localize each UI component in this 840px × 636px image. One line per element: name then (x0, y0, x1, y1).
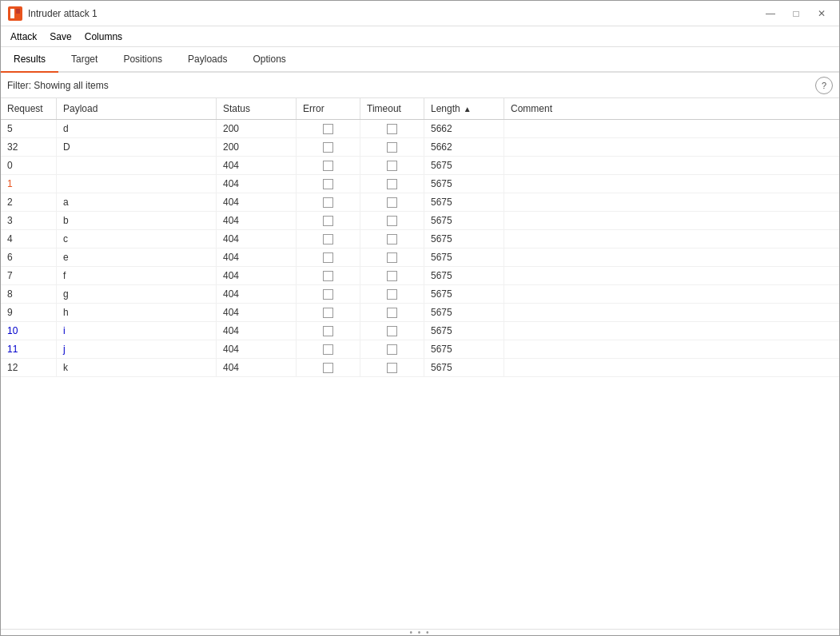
cell-comment (504, 230, 839, 248)
cell-payload (57, 157, 217, 174)
table-row[interactable]: 4 c 404 5675 (1, 230, 839, 248)
menu-save[interactable]: Save (43, 29, 78, 45)
cell-status: 404 (217, 285, 297, 303)
error-checkbox[interactable] (323, 271, 333, 281)
error-checkbox[interactable] (323, 326, 333, 336)
error-checkbox[interactable] (323, 142, 333, 153)
cell-timeout (360, 157, 424, 174)
error-checkbox[interactable] (323, 252, 333, 263)
cell-payload: g (57, 285, 217, 303)
cell-payload: f (57, 267, 217, 284)
resize-handle: • • • (409, 628, 430, 636)
tab-results[interactable]: Results (1, 47, 58, 71)
col-header-timeout[interactable]: Timeout (360, 98, 424, 119)
table-row[interactable]: 10 i 404 5675 (1, 322, 839, 340)
table-row[interactable]: 9 h 404 5675 (1, 304, 839, 322)
table-row[interactable]: 2 a 404 5675 (1, 193, 839, 212)
col-header-error[interactable]: Error (297, 98, 360, 119)
tab-payloads[interactable]: Payloads (175, 47, 240, 71)
table-row[interactable]: 6 e 404 5675 (1, 248, 839, 267)
table-row[interactable]: 12 k 404 5675 (1, 359, 839, 377)
cell-status: 404 (217, 157, 297, 174)
col-header-status[interactable]: Status (217, 98, 297, 119)
table-row[interactable]: 32 D 200 5662 (1, 138, 839, 157)
error-checkbox[interactable] (323, 289, 333, 300)
col-header-payload[interactable]: Payload (57, 98, 217, 119)
table-row[interactable]: 7 f 404 5675 (1, 267, 839, 285)
timeout-checkbox[interactable] (387, 179, 397, 189)
timeout-checkbox[interactable] (387, 252, 397, 263)
tab-target[interactable]: Target (58, 47, 110, 71)
table-row[interactable]: 0 404 5675 (1, 157, 839, 175)
cell-status: 200 (217, 120, 297, 137)
timeout-checkbox[interactable] (387, 161, 397, 171)
cell-request: 6 (1, 248, 57, 266)
cell-payload: h (57, 304, 217, 321)
table-row[interactable]: 3 b 404 5675 (1, 212, 839, 230)
tab-options[interactable]: Options (240, 47, 298, 71)
cell-comment (504, 340, 839, 358)
error-checkbox[interactable] (323, 308, 333, 318)
timeout-checkbox[interactable] (387, 124, 397, 134)
maximize-button[interactable]: □ (785, 6, 807, 22)
cell-request: 1 (1, 175, 57, 193)
col-header-comment[interactable]: Comment (504, 98, 839, 119)
window-controls: — □ ✕ (759, 6, 833, 22)
cell-length: 5675 (424, 340, 504, 358)
cell-length: 5675 (424, 248, 504, 266)
cell-timeout (360, 248, 424, 266)
cell-error (297, 267, 360, 284)
error-checkbox[interactable] (323, 344, 333, 355)
cell-payload (57, 175, 217, 193)
minimize-button[interactable]: — (759, 6, 782, 22)
menu-columns[interactable]: Columns (78, 29, 129, 45)
timeout-checkbox[interactable] (387, 271, 397, 281)
cell-request: 2 (1, 193, 57, 211)
table-header: Request Payload Status Error Timeout Len… (1, 98, 839, 120)
cell-payload: i (57, 322, 217, 340)
menu-bar: Attack Save Columns (1, 26, 839, 47)
table-row[interactable]: 11 j 404 5675 (1, 340, 839, 359)
cell-error (297, 322, 360, 340)
cell-comment (504, 304, 839, 321)
cell-payload: d (57, 120, 217, 137)
error-checkbox[interactable] (323, 234, 333, 244)
table-row[interactable]: 8 g 404 5675 (1, 285, 839, 304)
timeout-checkbox[interactable] (387, 142, 397, 153)
cell-length: 5675 (424, 267, 504, 284)
error-checkbox[interactable] (323, 363, 333, 373)
timeout-checkbox[interactable] (387, 363, 397, 373)
help-button[interactable]: ? (815, 77, 833, 94)
cell-payload: a (57, 193, 217, 211)
cell-comment (504, 359, 839, 376)
tab-positions[interactable]: Positions (110, 47, 175, 71)
timeout-checkbox[interactable] (387, 197, 397, 208)
timeout-checkbox[interactable] (387, 216, 397, 226)
error-checkbox[interactable] (323, 124, 333, 134)
col-header-length[interactable]: Length ▲ (424, 98, 504, 119)
cell-timeout (360, 175, 424, 193)
cell-error (297, 230, 360, 248)
table-row[interactable]: 1 404 5675 (1, 175, 839, 193)
cell-timeout (360, 285, 424, 303)
error-checkbox[interactable] (323, 179, 333, 189)
cell-payload: e (57, 248, 217, 266)
cell-length: 5675 (424, 322, 504, 340)
close-button[interactable]: ✕ (810, 6, 833, 22)
error-checkbox[interactable] (323, 161, 333, 171)
cell-timeout (360, 120, 424, 137)
cell-status: 404 (217, 340, 297, 358)
cell-request: 12 (1, 359, 57, 376)
timeout-checkbox[interactable] (387, 289, 397, 300)
table-row[interactable]: 5 d 200 5662 (1, 120, 839, 138)
timeout-checkbox[interactable] (387, 344, 397, 355)
cell-request: 5 (1, 120, 57, 137)
timeout-checkbox[interactable] (387, 308, 397, 318)
menu-attack[interactable]: Attack (4, 29, 43, 45)
cell-comment (504, 285, 839, 303)
timeout-checkbox[interactable] (387, 326, 397, 336)
col-header-request[interactable]: Request (1, 98, 57, 119)
timeout-checkbox[interactable] (387, 234, 397, 244)
error-checkbox[interactable] (323, 197, 333, 208)
error-checkbox[interactable] (323, 216, 333, 226)
